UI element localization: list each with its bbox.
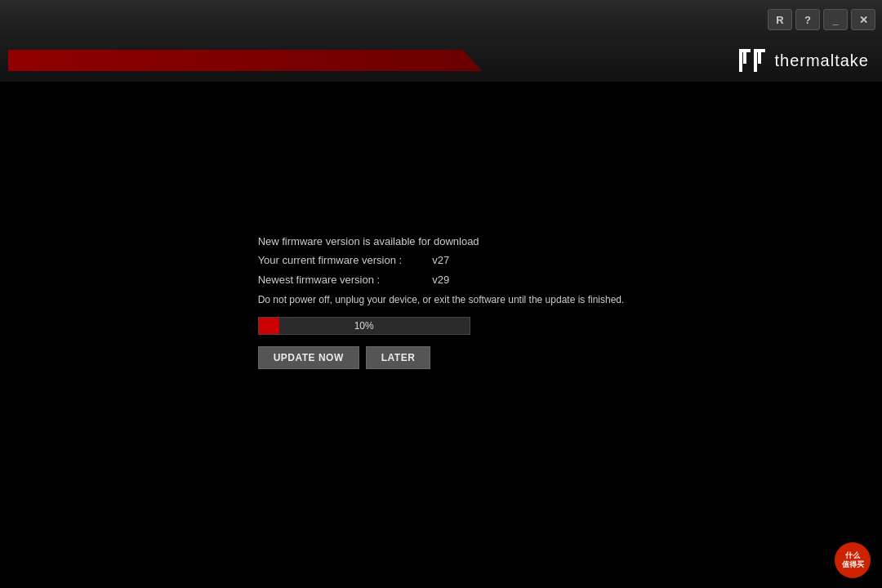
svg-rect-0 [739,49,742,72]
svg-rect-2 [743,49,746,64]
later-button[interactable]: LATER [366,346,431,369]
newest-version-label: Newest firmware version : [258,270,430,289]
red-accent-stripe [8,50,482,71]
newest-version-line: Newest firmware version : v29 [258,270,450,289]
title-bar: R ? _ ✕ [0,0,882,39]
record-button[interactable]: R [768,9,792,30]
current-version-line: Your current firmware version : v27 [258,251,450,270]
newest-version-value: v29 [432,274,449,286]
header-area: thermaltake [0,39,882,82]
close-button[interactable]: ✕ [851,9,875,30]
watermark: 什么值得买 [835,542,871,578]
firmware-title: New firmware version is available for do… [258,235,479,247]
progress-label: 10% [354,320,374,332]
minimize-button[interactable]: _ [823,9,848,30]
help-button[interactable]: ? [795,9,820,30]
brand-name: thermaltake [775,51,870,70]
update-now-button[interactable]: UPDATE NOW [258,346,359,369]
svg-rect-3 [754,49,757,72]
warning-text: Do not power off, unplug your device, or… [258,294,625,305]
firmware-dialog: New firmware version is available for do… [258,235,625,369]
progress-fill [259,318,280,334]
title-bar-buttons: R ? _ ✕ [768,9,882,30]
thermaltake-icon [739,49,768,72]
svg-rect-5 [758,49,761,64]
button-row: UPDATE NOW LATER [258,346,431,369]
watermark-badge: 什么值得买 [835,542,871,578]
watermark-badge-text: 什么值得买 [842,551,864,569]
current-version-label: Your current firmware version : [258,251,430,270]
brand-logo: thermaltake [739,49,870,72]
main-content: New firmware version is available for do… [0,82,882,588]
current-version-value: v27 [432,254,449,266]
progress-bar-container: 10% [258,317,470,335]
